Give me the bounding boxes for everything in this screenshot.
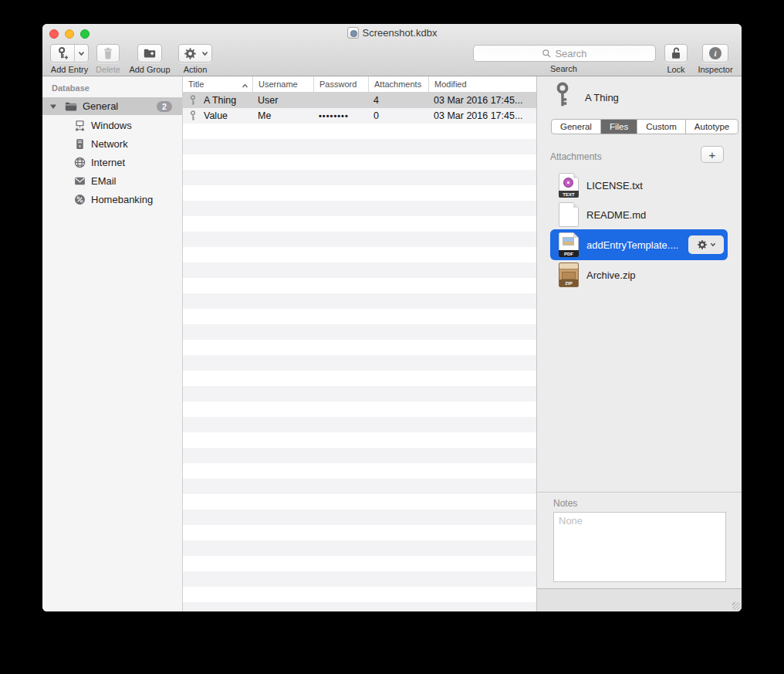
workstation-network-icon <box>73 119 86 132</box>
database-section-header: Database <box>52 83 90 93</box>
entry-row-a-thing[interactable]: A Thing User 4 03 Mar 2016 17:45... <box>183 93 536 108</box>
tab-autotype[interactable]: Autotype <box>685 120 738 134</box>
window-resize-grip[interactable] <box>732 602 740 610</box>
disclosure-triangle-icon[interactable] <box>49 100 58 112</box>
inspector-button[interactable]: i <box>702 44 728 63</box>
column-header-modified[interactable]: Modified <box>428 76 536 92</box>
unlocked-padlock-icon <box>669 46 683 60</box>
window-header: Screenshot.kdbx <box>42 24 742 76</box>
delete-label: Delete <box>96 65 120 74</box>
table-body: A Thing User 4 03 Mar 2016 17:45... <box>183 93 536 611</box>
app-window: Screenshot.kdbx <box>42 24 742 611</box>
entry-table: Title Username Password Attachments Modi… <box>183 76 536 611</box>
folder-plus-icon <box>143 46 157 60</box>
action-button[interactable] <box>178 44 212 63</box>
info-icon: i <box>709 47 721 59</box>
sidebar-item-homebanking[interactable]: Homebanking <box>42 190 182 208</box>
window-title: Screenshot.kdbx <box>363 27 438 39</box>
lock-button[interactable] <box>664 44 688 63</box>
attachment-archive-zip[interactable]: ZIP Archive.zip <box>550 260 728 290</box>
attachment-list: TEXT LICENSE.txt README.md PDF <box>550 171 728 290</box>
inspector-entry-title: A Thing <box>585 92 619 103</box>
column-header-password[interactable]: Password <box>313 76 368 92</box>
md-file-icon <box>559 202 579 227</box>
attachment-license-txt[interactable]: TEXT LICENSE.txt <box>550 171 728 200</box>
inspector-footer <box>537 588 742 611</box>
zip-file-icon: ZIP <box>559 262 579 287</box>
title-bar[interactable]: Screenshot.kdbx <box>42 24 742 43</box>
pdf-file-icon: PDF <box>559 232 579 257</box>
sort-ascending-icon <box>242 81 248 90</box>
tab-files[interactable]: Files <box>600 120 637 134</box>
document-proxy-icon[interactable] <box>347 27 359 39</box>
attachment-action-button[interactable] <box>688 235 724 254</box>
tab-general[interactable]: General <box>552 120 600 134</box>
action-label: Action <box>184 65 208 74</box>
notes-label: Notes <box>553 498 577 509</box>
notes-divider <box>537 492 742 493</box>
attachment-addentrytemplate-pdf[interactable]: PDF addEntryTemplate.... <box>550 229 728 260</box>
add-entry-label: Add Entry <box>51 65 88 74</box>
gear-icon <box>179 45 201 62</box>
folder-icon <box>64 100 78 113</box>
entry-row-value[interactable]: Value Me •••••••• 0 03 Mar 2016 17:45... <box>183 108 536 124</box>
inspector-tab-bar: General Files Custom Autotype <box>551 119 738 134</box>
column-header-attachments[interactable]: Attachments <box>368 76 428 92</box>
column-header-title[interactable]: Title <box>183 76 252 92</box>
search-input[interactable] <box>473 45 656 62</box>
sidebar-group-general[interactable]: General 2 <box>42 97 182 115</box>
notes-textarea[interactable] <box>553 512 726 582</box>
column-header-username[interactable]: Username <box>252 76 313 92</box>
delete-button[interactable] <box>96 44 120 63</box>
inspector-label: Inspector <box>698 65 732 74</box>
envelope-icon <box>73 174 86 188</box>
lock-label: Lock <box>667 65 684 74</box>
desktop-background: Screenshot.kdbx <box>0 0 784 674</box>
sidebar-item-network[interactable]: Network <box>42 134 182 153</box>
add-group-label: Add Group <box>129 65 170 74</box>
add-group-button[interactable] <box>137 44 162 63</box>
table-header: Title Username Password Attachments Modi… <box>183 76 536 93</box>
key-plus-icon <box>51 45 74 62</box>
add-entry-button[interactable] <box>50 44 89 63</box>
attachment-readme-md[interactable]: README.md <box>550 200 728 229</box>
add-attachment-button[interactable]: + <box>701 146 724 163</box>
percent-icon <box>73 193 86 206</box>
attachments-label: Attachments <box>550 151 602 162</box>
sidebar-item-windows[interactable]: Windows <box>42 116 182 134</box>
sidebar-item-internet[interactable]: Internet <box>42 153 182 171</box>
entry-count-badge: 2 <box>157 101 172 112</box>
trash-icon <box>101 46 115 60</box>
tab-custom[interactable]: Custom <box>637 120 685 134</box>
key-icon <box>188 110 198 121</box>
sidebar-item-email[interactable]: EMail <box>42 171 182 190</box>
key-icon <box>188 95 198 106</box>
server-icon <box>73 137 86 151</box>
inspector-panel: A Thing General Files Custom Autotype At… <box>536 76 742 611</box>
sidebar-group-label: General <box>83 100 118 112</box>
chevron-down-icon <box>710 242 716 247</box>
group-sidebar: Database General 2 <box>42 76 183 611</box>
txt-file-icon: TEXT <box>559 173 579 198</box>
globe-icon <box>73 156 86 169</box>
action-dropdown-arrow <box>201 45 211 62</box>
entry-key-icon <box>553 82 573 108</box>
search-label: Search <box>550 64 577 73</box>
